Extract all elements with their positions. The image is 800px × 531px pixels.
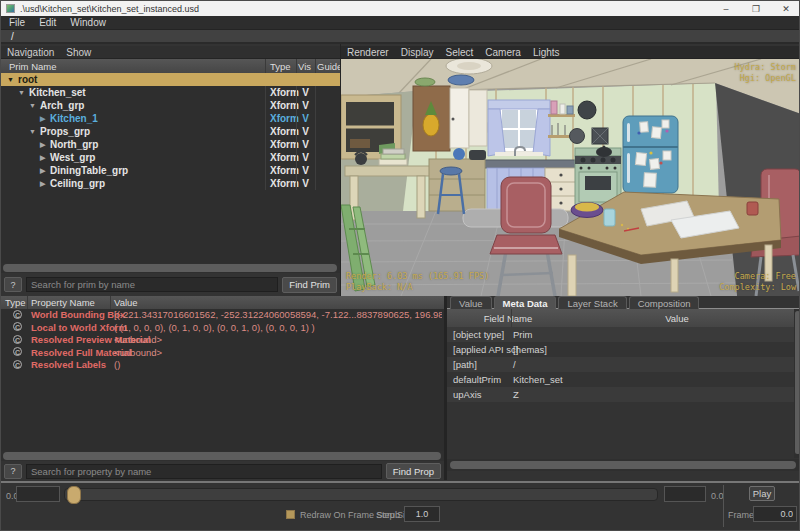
property-table: C World Bounding Box [(-221.343170166015… (1, 309, 444, 451)
metadata-row-upaxis[interactable]: upAxisZ (447, 387, 794, 402)
expand-icon[interactable]: ▼ (7, 73, 14, 86)
metadata-vscrollbar[interactable] (794, 309, 800, 458)
property-row-resolved-preview-material[interactable]: C Resolved Preview Material <unbound> (1, 334, 444, 347)
app-icon (6, 4, 15, 13)
vis-toggle[interactable]: V (296, 177, 314, 190)
timeline-separator (723, 485, 724, 527)
viewport-3d[interactable]: Hydra: Storm Hgi: OpenGL Render: 6.03 ms… (341, 59, 800, 296)
metadata-hscrollbar[interactable] (447, 459, 800, 471)
redraw-checkbox[interactable] (286, 510, 295, 519)
property-search-input[interactable] (26, 464, 382, 479)
menu-lights[interactable]: Lights (533, 47, 560, 58)
expand-icon[interactable]: ▶ (40, 138, 45, 151)
menu-bar: File Edit Window (1, 16, 800, 30)
tree-row-ceiling-grp[interactable]: ▶ Ceiling_grp Xform V (1, 177, 340, 190)
tree-row-root[interactable]: ▼ root (1, 73, 340, 86)
tree-row-west-grp[interactable]: ▶ West_grp Xform V (1, 151, 340, 164)
menu-file[interactable]: File (9, 17, 25, 28)
menu-renderer[interactable]: Renderer (347, 47, 389, 58)
find-prop-button[interactable]: Find Prop (386, 463, 441, 479)
vis-toggle[interactable]: V (296, 112, 314, 125)
expand-icon[interactable]: ▶ (40, 151, 45, 164)
property-hscrollbar-thumb[interactable] (3, 452, 441, 460)
property-row-resolved-labels[interactable]: C Resolved Labels () (1, 359, 444, 372)
col-field-name: Field Name (463, 313, 553, 324)
metadata-row-object-type[interactable]: [object type]Prim (447, 327, 794, 342)
expand-icon[interactable]: ▶ (40, 112, 45, 125)
ceiling-lamp-inner (457, 62, 481, 70)
vis-toggle[interactable]: V (296, 164, 314, 177)
vis-toggle[interactable]: V (296, 138, 314, 151)
tree-hscrollbar-thumb[interactable] (3, 264, 337, 272)
blue-teapot (453, 148, 465, 160)
tab-meta-data[interactable]: Meta Data (494, 296, 557, 309)
menu-show[interactable]: Show (66, 47, 91, 58)
property-table-header: Type Property Name Value (1, 296, 444, 309)
range-start-field[interactable] (16, 486, 60, 502)
help-button[interactable]: ? (4, 464, 22, 479)
red-mug (747, 202, 758, 215)
menu-navigation[interactable]: Navigation (7, 47, 54, 58)
range-end-field[interactable] (664, 486, 706, 502)
frame-slider-handle[interactable] (67, 486, 81, 504)
metadata-hscrollbar-thumb[interactable] (450, 461, 796, 469)
expand-icon[interactable]: ▶ (40, 177, 45, 190)
play-button[interactable]: Play (749, 486, 775, 501)
tab-layer-stack[interactable]: Layer Stack (558, 296, 626, 309)
book-stack (379, 159, 407, 165)
prim-search-input[interactable] (26, 277, 278, 292)
tree-row-kitchen-1[interactable]: ▶ Kitchen_1 Xform V (1, 112, 340, 125)
bowl-blue (448, 75, 474, 85)
menu-select[interactable]: Select (446, 47, 474, 58)
metadata-vscrollbar-thumb[interactable] (795, 311, 800, 454)
metadata-row-path[interactable]: [path]/ (447, 357, 794, 372)
frame-slider[interactable] (64, 488, 658, 501)
menu-display[interactable]: Display (401, 47, 434, 58)
computed-icon: C (13, 310, 22, 319)
expand-icon[interactable]: ▼ (18, 86, 25, 99)
menu-window[interactable]: Window (70, 17, 106, 28)
property-row-resolved-full-material[interactable]: C Resolved Full Material <unbound> (1, 347, 444, 360)
property-row-local-to-world-xform[interactable]: C Local to World Xform ( (1, 0, 0, 0), (… (1, 322, 444, 335)
frame-field[interactable] (753, 506, 797, 522)
tree-row-kitchen-set[interactable]: ▼ Kitchen_set Xform V (1, 86, 340, 99)
tree-row-north-grp[interactable]: ▶ North_grp Xform V (1, 138, 340, 151)
step-size-field[interactable] (404, 506, 440, 522)
computed-icon: C (13, 335, 22, 344)
computed-icon: C (13, 322, 22, 331)
minimize-button[interactable]: – (711, 1, 741, 16)
prim-path-bar[interactable]: / (1, 30, 800, 44)
range-end-label: 0.0 (711, 491, 724, 501)
expand-icon[interactable]: ▼ (29, 99, 36, 112)
tree-row-arch-grp[interactable]: ▼ Arch_grp Xform V (1, 99, 340, 112)
close-button[interactable]: ✕ (771, 1, 800, 16)
books-in-frame (350, 139, 370, 148)
menu-camera[interactable]: Camera (485, 47, 521, 58)
toaster (469, 150, 486, 160)
tree-row-diningtable-grp[interactable]: ▶ DiningTable_grp Xform V (1, 164, 340, 177)
tree-row-props-grp[interactable]: ▼ Props_grp Xform V (1, 125, 340, 138)
vis-toggle[interactable]: V (296, 151, 314, 164)
vis-toggle[interactable]: V (296, 86, 314, 99)
tab-composition[interactable]: Composition (629, 296, 700, 309)
property-hscrollbar[interactable] (1, 451, 444, 461)
property-row-world-bounding-box[interactable]: C World Bounding Box [(-221.343170166015… (1, 309, 444, 322)
vis-toggle[interactable]: V (296, 125, 314, 138)
tree-menu-bar: Navigation Show (1, 46, 340, 59)
metadata-row-applied-api-schemas[interactable]: [applied API schemas][] (447, 342, 794, 357)
col-prop-type: Type (5, 297, 26, 308)
metadata-row-defaultprim[interactable]: defaultPrimKitchen_set (447, 372, 794, 387)
inspector-tabs: Value Meta Data Layer Stack Composition (447, 296, 800, 309)
menu-edit[interactable]: Edit (39, 17, 56, 28)
viewport-scene (341, 59, 800, 296)
expand-icon[interactable]: ▶ (40, 164, 45, 177)
metadata-table: [object type]Prim [applied API schemas][… (447, 327, 794, 458)
tab-value[interactable]: Value (450, 296, 492, 309)
vis-toggle[interactable]: V (296, 99, 314, 112)
tree-hscrollbar[interactable] (1, 263, 340, 273)
find-prim-button[interactable]: Find Prim (282, 277, 337, 293)
maximize-button[interactable]: ❐ (741, 1, 771, 16)
help-button[interactable]: ? (4, 277, 22, 292)
hud-camera-info: Camera: Free Complexity: Low (719, 271, 796, 293)
expand-icon[interactable]: ▼ (29, 125, 36, 138)
